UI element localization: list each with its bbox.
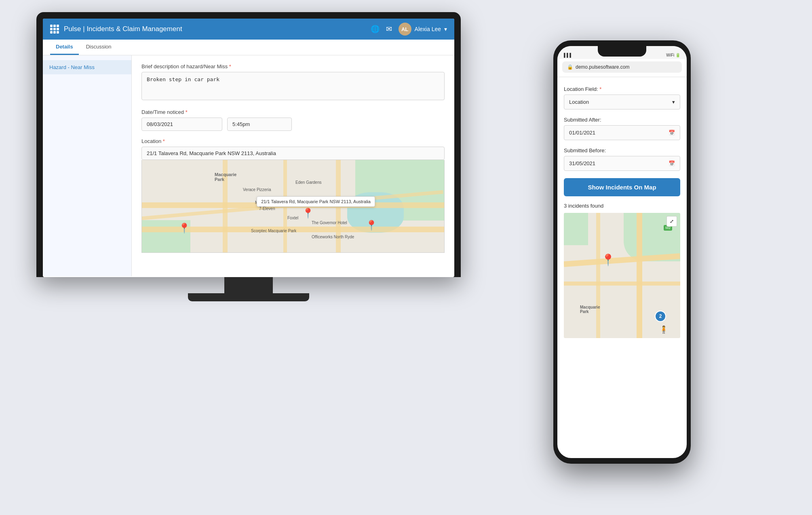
main-content: Brief description of hazard/Near Miss * …	[132, 55, 454, 276]
map-label-macquarie: MacquariePark	[215, 172, 236, 182]
phone-location-field-label: Location Field: *	[564, 86, 680, 92]
monitor-container: Pulse | Incidents & Claim Management 🌐 ✉…	[36, 12, 461, 301]
phone-location-select[interactable]: Location ▾	[564, 95, 680, 109]
map-pin-green: 📍	[178, 223, 190, 234]
user-name: Alexia Lee	[415, 26, 441, 32]
phone-map-green2	[564, 213, 588, 245]
grid-icon[interactable]	[50, 25, 59, 34]
phone-submitted-before-group: Submitted Before: 31/05/2021 📅	[564, 147, 680, 171]
map-pin-orange: 📍	[365, 220, 378, 231]
map-tooltip: 21/1 Talavera Rd, Macquarie Park NSW 211…	[257, 196, 375, 207]
phone-map-bg: MacquariePark M2 📍 2 🧍 ⤢	[564, 213, 680, 338]
required-marker: *	[229, 63, 231, 69]
map-pin-red: 📍	[302, 208, 314, 219]
description-label: Brief description of hazard/Near Miss *	[141, 63, 445, 69]
signal-bars: ▌▌▌	[564, 53, 572, 57]
location-group: Location *	[141, 138, 445, 253]
sidebar: Hazard - Near Miss	[43, 55, 132, 276]
map-label-verace: Verace Pizzeria	[243, 187, 271, 192]
phone-submitted-before-value: 31/05/2021	[569, 160, 595, 166]
phone-road-v2	[637, 213, 642, 338]
phone-submitted-after-label: Submitted After:	[564, 117, 680, 123]
map-label-governor: The Governor Hotel	[312, 221, 347, 225]
app-title: Pulse | Incidents & Claim Management	[64, 25, 182, 33]
calendar-icon-before[interactable]: 📅	[669, 160, 675, 166]
phone-map-expand-button[interactable]: ⤢	[666, 216, 677, 227]
tabs-bar: Details Discussion	[43, 40, 454, 55]
phone-map: MacquariePark M2 📍 2 🧍 ⤢	[564, 213, 680, 338]
location-input[interactable]	[141, 147, 445, 160]
phone-location-select-value: Location	[569, 99, 589, 105]
location-label: Location *	[141, 138, 445, 144]
monitor-screen: Pulse | Incidents & Claim Management 🌐 ✉…	[43, 19, 454, 277]
phone-submitted-before-input[interactable]: 31/05/2021 📅	[564, 156, 680, 171]
map-label-foxtel: Foxtel	[287, 216, 298, 220]
phone-submitted-before-label: Submitted Before:	[564, 147, 680, 153]
sidebar-item-hazard[interactable]: Hazard - Near Miss	[43, 60, 131, 74]
datetime-row	[141, 118, 445, 131]
monitor-body: Pulse | Incidents & Claim Management 🌐 ✉…	[36, 12, 461, 277]
tab-details[interactable]: Details	[50, 40, 79, 55]
calendar-icon-after[interactable]: 📅	[669, 130, 675, 136]
phone-map-cluster[interactable]: 2	[655, 311, 666, 322]
header-left: Pulse | Incidents & Claim Management	[50, 25, 182, 34]
wifi-icon: WiFi 🔋	[666, 53, 680, 57]
map-label-7eleven: 7-Eleven	[259, 206, 275, 211]
phone-screen: ▌▌▌ WiFi 🔋 🔒 demo.pulsesoftware.com Loca…	[557, 46, 687, 458]
map-label-scorptec: Scorptec Macquarie Park	[251, 229, 296, 233]
map-bg: MacquariePark McDo... 7-Eleven Foxtel Th…	[142, 160, 444, 252]
phone-road-v1	[596, 213, 600, 338]
map-label-officeworks: Officeworks North Ryde	[312, 235, 354, 239]
datetime-label: Date/Time noticed *	[141, 109, 445, 115]
phone-map-label: MacquariePark	[580, 305, 600, 314]
date-input[interactable]	[141, 118, 222, 131]
phone-notch	[598, 46, 646, 57]
tab-discussion[interactable]: Discussion	[80, 40, 117, 55]
app-header: Pulse | Incidents & Claim Management 🌐 ✉…	[43, 19, 454, 40]
dropdown-chevron-icon: ▾	[672, 99, 675, 105]
phone-submitted-after-value: 01/01/2021	[569, 130, 595, 136]
phone-content: Location Field: * Location ▾ Submitted A…	[557, 81, 687, 343]
user-info[interactable]: AL Alexia Lee ▾	[399, 23, 447, 36]
datetime-group: Date/Time noticed *	[141, 109, 445, 131]
phone-body: ▌▌▌ WiFi 🔋 🔒 demo.pulsesoftware.com Loca…	[553, 40, 691, 464]
user-dropdown-icon[interactable]: ▾	[444, 26, 447, 32]
incidents-found-label: 3 incidents found	[564, 203, 680, 209]
show-incidents-button[interactable]: Show Incidents On Map	[564, 178, 680, 196]
monitor-stand-base	[188, 293, 309, 301]
globe-icon[interactable]: 🌐	[371, 25, 380, 34]
time-input[interactable]	[227, 118, 292, 131]
phone-submitted-after-group: Submitted After: 01/01/2021 📅	[564, 117, 680, 140]
url-text: demo.pulsesoftware.com	[576, 64, 629, 70]
phone-submitted-after-input[interactable]: 01/01/2021 📅	[564, 125, 680, 140]
phone-map-person-icon: 🧍	[659, 325, 668, 334]
mail-icon[interactable]: ✉	[386, 25, 392, 34]
phone-container: ▌▌▌ WiFi 🔋 🔒 demo.pulsesoftware.com Loca…	[553, 40, 691, 464]
phone-url-bar: 🔒 demo.pulsesoftware.com	[562, 61, 682, 73]
header-right: 🌐 ✉ AL Alexia Lee ▾	[371, 23, 447, 36]
lock-icon: 🔒	[567, 64, 573, 70]
phone-map-pin: 📍	[601, 253, 615, 267]
phone-road-h2	[564, 282, 680, 286]
avatar: AL	[399, 23, 411, 36]
description-group: Brief description of hazard/Near Miss * …	[141, 63, 445, 102]
app-body: Hazard - Near Miss Brief description of …	[43, 55, 454, 276]
map-label-eden: Eden Gardens	[295, 180, 322, 185]
url-divider	[557, 77, 687, 77]
phone-location-field-group: Location Field: * Location ▾	[564, 86, 680, 109]
description-input[interactable]: Broken step in car park	[141, 72, 445, 100]
map-container: MacquariePark McDo... 7-Eleven Foxtel Th…	[141, 160, 445, 253]
monitor-stand-neck	[224, 277, 273, 293]
